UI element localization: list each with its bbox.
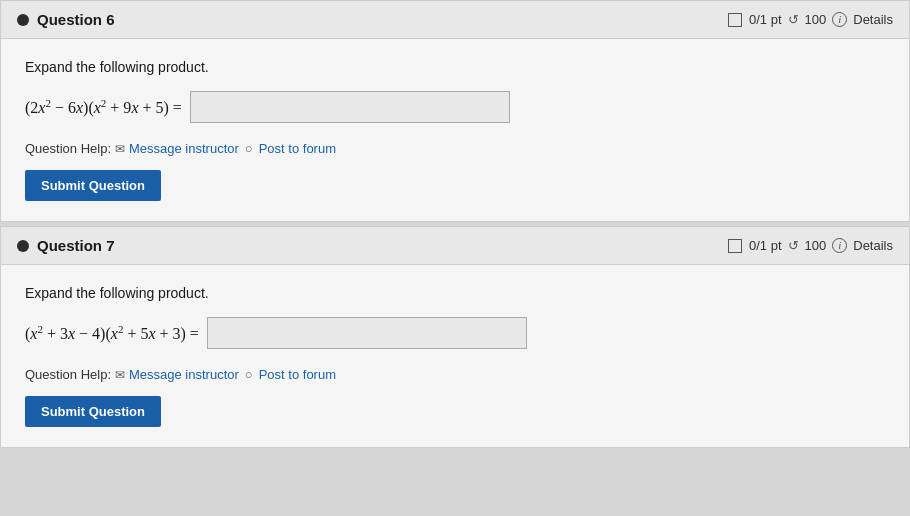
question-6-answer-input[interactable]	[190, 91, 510, 123]
question-7-score: 0/1 pt	[749, 238, 782, 253]
question-6-details[interactable]: Details	[853, 12, 893, 27]
question-7-help: Question Help: ✉ Message instructor ○ Po…	[25, 367, 885, 382]
question-7-bullet	[17, 240, 29, 252]
question-6-attempts: 100	[805, 12, 827, 27]
question-6-message-instructor[interactable]: Message instructor	[129, 141, 239, 156]
question-6-block: Question 6 0/1 pt ↺ 100 i Details Expand…	[0, 0, 910, 222]
question-7-math-row: (x2 + 3x − 4)(x2 + 5x + 3) =	[25, 317, 885, 349]
question-6-instruction: Expand the following product.	[25, 59, 885, 75]
question-7-body: Expand the following product. (x2 + 3x −…	[1, 265, 909, 447]
question-6-bullet	[17, 14, 29, 26]
question-7-header: Question 7 0/1 pt ↺ 100 i Details	[1, 227, 909, 265]
question-7-submit-button[interactable]: Submit Question	[25, 396, 161, 427]
question-7-block: Question 7 0/1 pt ↺ 100 i Details Expand…	[0, 226, 910, 448]
envelope-icon-q7: ✉	[115, 368, 125, 382]
score-checkbox-icon-q7	[728, 239, 742, 253]
question-6-math-row: (2x2 − 6x)(x2 + 9x + 5) =	[25, 91, 885, 123]
help-separator-q7: ○	[245, 367, 253, 382]
question-7-help-label: Question Help:	[25, 367, 111, 382]
undo-icon-q6: ↺	[788, 12, 799, 27]
undo-icon-q7: ↺	[788, 238, 799, 253]
question-6-submit-button[interactable]: Submit Question	[25, 170, 161, 201]
question-7-math-expression: (x2 + 3x − 4)(x2 + 5x + 3) =	[25, 323, 199, 343]
envelope-icon-q6: ✉	[115, 142, 125, 156]
info-icon-q7[interactable]: i	[832, 238, 847, 253]
question-6-score: 0/1 pt	[749, 12, 782, 27]
info-icon-q6[interactable]: i	[832, 12, 847, 27]
help-separator-q6: ○	[245, 141, 253, 156]
question-6-header: Question 6 0/1 pt ↺ 100 i Details	[1, 1, 909, 39]
question-6-body: Expand the following product. (2x2 − 6x)…	[1, 39, 909, 221]
question-7-attempts: 100	[805, 238, 827, 253]
question-6-help: Question Help: ✉ Message instructor ○ Po…	[25, 141, 885, 156]
question-6-title-area: Question 6	[17, 11, 115, 28]
question-7-answer-input[interactable]	[207, 317, 527, 349]
question-6-title: Question 6	[37, 11, 115, 28]
question-6-help-label: Question Help:	[25, 141, 111, 156]
question-6-meta: 0/1 pt ↺ 100 i Details	[728, 12, 893, 27]
question-7-instruction: Expand the following product.	[25, 285, 885, 301]
page-container: Question 6 0/1 pt ↺ 100 i Details Expand…	[0, 0, 910, 448]
question-7-message-instructor[interactable]: Message instructor	[129, 367, 239, 382]
question-7-details[interactable]: Details	[853, 238, 893, 253]
question-7-meta: 0/1 pt ↺ 100 i Details	[728, 238, 893, 253]
question-7-title-area: Question 7	[17, 237, 115, 254]
score-checkbox-icon-q6	[728, 13, 742, 27]
question-7-post-to-forum[interactable]: Post to forum	[259, 367, 336, 382]
question-6-post-to-forum[interactable]: Post to forum	[259, 141, 336, 156]
question-6-math-expression: (2x2 − 6x)(x2 + 9x + 5) =	[25, 97, 182, 117]
question-7-title: Question 7	[37, 237, 115, 254]
